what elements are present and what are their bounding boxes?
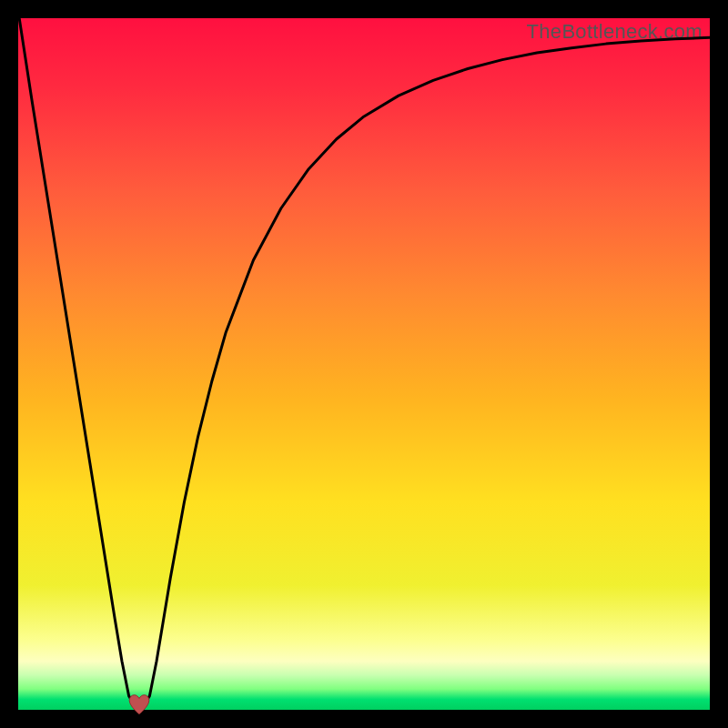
curve-svg [18,18,710,710]
heart-icon [127,694,151,714]
curve-path [18,18,710,706]
chart-area: TheBottleneck.com [18,18,710,710]
